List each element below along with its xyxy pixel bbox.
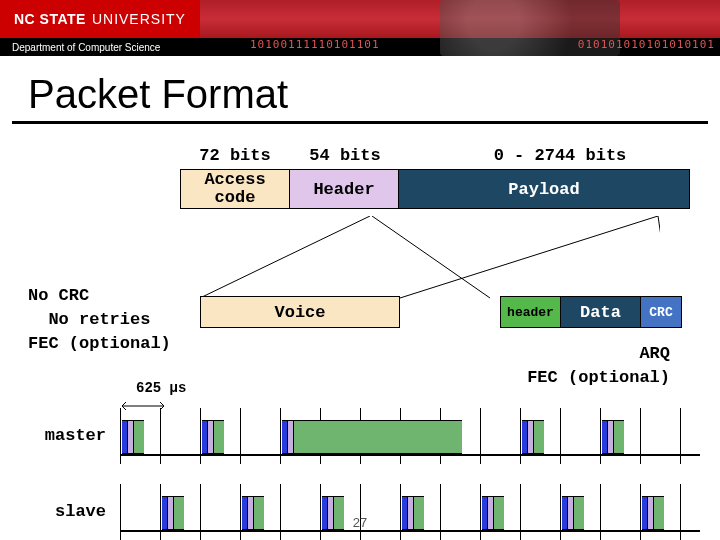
page-number: 27	[0, 515, 720, 530]
svg-line-2	[372, 216, 490, 298]
data-header-field: header	[501, 297, 561, 327]
ncsu-logo: NC STATE UNIVERSITY	[0, 0, 200, 38]
data-crc-field: CRC	[641, 297, 681, 327]
logo-thin: UNIVERSITY	[92, 11, 186, 27]
dept-name: Department of Computer Science	[12, 42, 160, 53]
data-field: Data	[561, 297, 641, 327]
logo-bold: NC STATE	[14, 11, 86, 27]
voice-label: Voice	[274, 303, 325, 322]
master-track	[120, 414, 700, 458]
slot-duration-label: 625 µs	[136, 380, 186, 396]
master-burst	[602, 420, 624, 454]
svg-line-1	[400, 216, 658, 298]
payload-bits-label: 0 - 2744 bits	[430, 146, 690, 165]
data-payload-box: header Data CRC	[500, 296, 682, 328]
bit-labels-row: 72 bits 54 bits 0 - 2744 bits	[180, 146, 690, 165]
master-row: master	[20, 414, 700, 462]
master-burst	[202, 420, 224, 454]
master-burst	[522, 420, 544, 454]
slide-title: Packet Format	[0, 56, 720, 121]
slave-row: slave	[20, 490, 700, 538]
access-bits-label: 72 bits	[180, 146, 290, 165]
content-area: 72 bits 54 bits 0 - 2744 bits Access cod…	[0, 124, 720, 209]
master-burst	[282, 420, 462, 454]
header-bits-label: 54 bits	[290, 146, 400, 165]
packet-structure: Access code Header Payload	[180, 169, 690, 209]
access-code-field: Access code	[181, 170, 290, 208]
svg-line-3	[658, 216, 660, 298]
header-field: Header	[290, 170, 399, 208]
payload-field: Payload	[399, 170, 689, 208]
svg-line-0	[200, 216, 370, 298]
master-label: master	[20, 426, 116, 445]
wolf-graphic	[440, 0, 620, 56]
data-notes: ARQ FEC (optional)	[527, 342, 670, 390]
voice-payload-box: Voice	[200, 296, 400, 328]
master-burst	[122, 420, 144, 454]
voice-notes: No CRC No retries FEC (optional)	[28, 284, 171, 355]
